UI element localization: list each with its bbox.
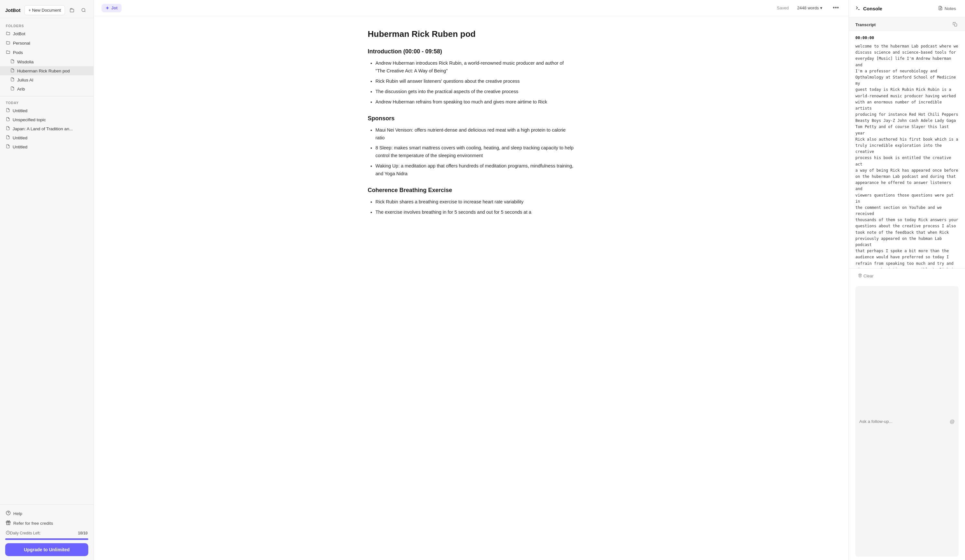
- doc-icon: [10, 59, 15, 64]
- clear-button[interactable]: Clear: [855, 272, 876, 280]
- list-item: Waking Up: a meditation app that offers …: [375, 162, 575, 178]
- doc-icon: [10, 87, 15, 91]
- ellipsis-icon: •••: [833, 5, 839, 11]
- section-list-2: Rick Rubin shares a breathing exercise t…: [368, 198, 575, 216]
- ask-input-area[interactable]: @: [855, 286, 958, 557]
- notes-label: Notes: [945, 6, 956, 11]
- sidebar-doc-untitled-1[interactable]: Untitled: [0, 106, 93, 115]
- list-item: Rick Rubin will answer listeners' questi…: [375, 78, 575, 85]
- list-item: The exercise involves breathing in for 5…: [375, 209, 575, 216]
- doc-label: Julius AI: [17, 78, 33, 82]
- word-count-label: 2448 words: [797, 5, 819, 10]
- credits-icon: [6, 531, 10, 536]
- svg-point-1: [82, 8, 85, 11]
- doc-icon: [6, 108, 10, 113]
- help-label: Help: [13, 511, 22, 516]
- sidebar-doc-huberman[interactable]: Huberman Rick Ruben pod: [0, 66, 93, 75]
- folder-icon: [6, 31, 10, 36]
- transcript-section: Transcript 00:00:00 welcome to the huber…: [849, 18, 965, 283]
- sidebar-doc-japan[interactable]: Japan: A Land of Tradition an...: [0, 124, 93, 133]
- list-item: The discussion gets into the practical a…: [375, 88, 575, 96]
- svg-rect-0: [70, 9, 74, 12]
- more-options-button[interactable]: •••: [831, 3, 841, 13]
- help-icon: [6, 511, 11, 516]
- today-section-label: TODAY: [0, 99, 93, 106]
- sidebar-header: JotBot + New Document: [0, 0, 93, 18]
- folder-label: Personal: [13, 41, 30, 46]
- folders-section-label: FOLDERS: [0, 22, 93, 29]
- credits-value: 10/10: [78, 531, 88, 536]
- doc-icon: [6, 126, 10, 131]
- transcript-label: Transcript: [855, 22, 876, 27]
- console-header: Console Notes: [849, 0, 965, 18]
- doc-icon: [6, 117, 10, 122]
- section-list-0: Andrew Huberman introduces Rick Rubin, a…: [368, 59, 575, 106]
- list-item: 8 Sleep: makes smart mattress covers wit…: [375, 144, 575, 160]
- editor-toolbar: ✦ Jot Saved 2448 words ▾ •••: [94, 0, 849, 16]
- ask-follow-up-input[interactable]: [859, 419, 947, 424]
- refer-item[interactable]: Refer for free credits: [5, 518, 88, 528]
- transcript-body[interactable]: 00:00:00 welcome to the huberman Lab pod…: [849, 31, 965, 268]
- doc-icon: [6, 144, 10, 149]
- jot-badge[interactable]: ✦ Jot: [101, 4, 122, 12]
- saved-status: Saved: [777, 5, 789, 10]
- section-heading-0: Introduction (00:00 - 09:58): [368, 48, 575, 55]
- jot-label: Jot: [111, 5, 118, 10]
- sidebar-doc-arib[interactable]: Arib: [0, 84, 93, 93]
- doc-label: Huberman Rick Ruben pod: [17, 69, 70, 73]
- credits-label: Daily Credits Left:: [10, 531, 41, 536]
- list-item: Rick Rubin shares a breathing exercise t…: [375, 198, 575, 206]
- section-list-1: Maui Nei Venison: offers nutrient-dense …: [368, 126, 575, 178]
- console-title-label: Console: [863, 6, 882, 11]
- help-item[interactable]: Help: [5, 509, 88, 518]
- sidebar-doc-untitled-3[interactable]: Untitled: [0, 142, 93, 151]
- doc-label: Unspecified topic: [13, 118, 46, 122]
- copy-button[interactable]: [952, 21, 958, 28]
- sidebar-content: FOLDERS JotBot Personal Pods Wisdolia: [0, 18, 93, 504]
- at-icon[interactable]: @: [950, 419, 955, 424]
- doc-label: Untitled: [13, 145, 28, 149]
- list-item: Maui Nei Venison: offers nutrient-dense …: [375, 126, 575, 142]
- section-heading-2: Coherence Breathing Exercise: [368, 187, 575, 194]
- transcript-timestamp: 00:00:00: [855, 36, 958, 40]
- notes-button[interactable]: Notes: [936, 5, 958, 13]
- credits-row: Daily Credits Left: 10/10: [5, 528, 88, 537]
- upgrade-button[interactable]: Upgrade to Unlimited: [5, 543, 88, 556]
- doc-label: Untitled: [13, 108, 28, 113]
- sidebar-doc-unspecified[interactable]: Unspecified topic: [0, 115, 93, 124]
- word-count-button[interactable]: 2448 words ▾: [795, 4, 825, 11]
- doc-icon: [6, 135, 10, 140]
- app-title: JotBot: [5, 7, 21, 13]
- sidebar-item-pods[interactable]: Pods: [0, 48, 93, 57]
- transcript-header: Transcript: [849, 18, 965, 31]
- new-folder-button[interactable]: [67, 5, 77, 15]
- trash-icon: [858, 273, 862, 278]
- doc-icon: [10, 77, 15, 82]
- folder-label: JotBot: [13, 31, 25, 36]
- sidebar-item-jotbot[interactable]: JotBot: [0, 29, 93, 39]
- sidebar-doc-untitled-2[interactable]: Untitled: [0, 133, 93, 142]
- doc-label: Japan: A Land of Tradition an...: [13, 126, 73, 131]
- sidebar-item-personal[interactable]: Personal: [0, 39, 93, 48]
- console-icon: [855, 5, 860, 11]
- editor-area[interactable]: Huberman Rick Ruben pod Introduction (00…: [348, 16, 594, 560]
- list-item: Andrew Huberman refrains from speaking t…: [375, 98, 575, 106]
- sidebar-doc-wisdolia[interactable]: Wisdolia: [0, 57, 93, 66]
- credits-bar-container: [5, 538, 88, 540]
- new-document-button[interactable]: + New Document: [24, 5, 65, 15]
- sidebar-doc-julius[interactable]: Julius AI: [0, 75, 93, 84]
- credits-bar: [5, 538, 88, 540]
- doc-label: Wisdolia: [17, 59, 34, 64]
- search-button[interactable]: [79, 5, 88, 15]
- refer-label: Refer for free credits: [13, 521, 53, 526]
- folder-icon: [6, 41, 10, 46]
- jot-star-icon: ✦: [105, 5, 109, 11]
- console-footer: Clear: [849, 268, 965, 283]
- doc-label: Arib: [17, 87, 25, 91]
- folder-icon: [6, 50, 10, 55]
- console-title: Console: [855, 5, 882, 11]
- doc-label: Untitled: [13, 136, 28, 140]
- console-panel: Console Notes Transcript 00:00:00 welcom…: [849, 0, 965, 560]
- doc-icon: [10, 68, 15, 73]
- list-item: Andrew Huberman introduces Rick Rubin, a…: [375, 59, 575, 75]
